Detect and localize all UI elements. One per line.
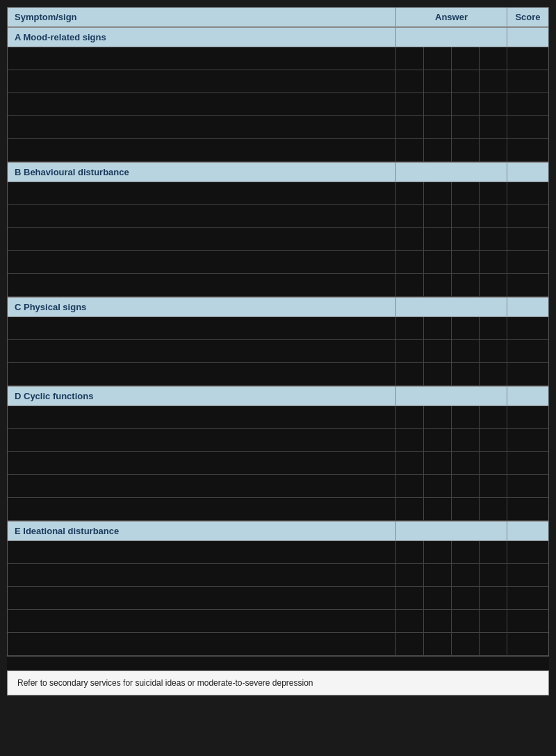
answer-sub-2[interactable]	[424, 452, 452, 474]
answer-sub-1[interactable]	[396, 541, 424, 563]
answer-sub-1[interactable]	[396, 452, 424, 474]
answer-sub-3[interactable]	[452, 633, 480, 655]
answer-sub-2[interactable]	[424, 564, 452, 586]
answer-sub-4[interactable]	[480, 139, 507, 161]
answer-sub-3[interactable]	[452, 47, 480, 70]
table-row	[8, 587, 548, 610]
answer-sub-2[interactable]	[424, 274, 452, 296]
answer-sub-3[interactable]	[452, 317, 480, 339]
answer-sub-2[interactable]	[424, 610, 452, 632]
answer-sub-1[interactable]	[396, 610, 424, 632]
answer-sub-1[interactable]	[396, 475, 424, 497]
answer-sub-4[interactable]	[480, 228, 507, 250]
answer-sub-2[interactable]	[424, 139, 452, 161]
answer-sub-2[interactable]	[424, 587, 452, 609]
answer-sub-4[interactable]	[480, 633, 507, 655]
answer-sub-1[interactable]	[396, 317, 424, 339]
answer-sub-4[interactable]	[480, 587, 507, 609]
answer-sub-2[interactable]	[424, 633, 452, 655]
table-row	[8, 47, 548, 70]
answer-sub-1[interactable]	[396, 205, 424, 227]
answer-sub-2[interactable]	[424, 228, 452, 250]
answer-sub-4[interactable]	[480, 475, 507, 497]
answer-sub-4[interactable]	[480, 363, 507, 385]
answer-sub-4[interactable]	[480, 452, 507, 474]
answer-sub-3[interactable]	[452, 564, 480, 586]
answer-sub-2[interactable]	[424, 340, 452, 362]
answer-sub-4[interactable]	[480, 317, 507, 339]
answer-sub-2[interactable]	[424, 406, 452, 428]
answer-sub-2[interactable]	[424, 205, 452, 227]
answer-sub-3[interactable]	[452, 340, 480, 362]
answer-sub-2[interactable]	[424, 70, 452, 93]
answer-sub-2[interactable]	[424, 541, 452, 563]
answer-sub-1[interactable]	[396, 406, 424, 428]
answer-sub-4[interactable]	[480, 93, 507, 115]
answer-sub-1[interactable]	[396, 251, 424, 273]
answer-sub-3[interactable]	[452, 610, 480, 632]
answer-sub-2[interactable]	[424, 47, 452, 70]
table-row	[8, 610, 548, 633]
score-cell	[507, 340, 548, 362]
answer-sub-4[interactable]	[480, 47, 507, 70]
answer-sub-3[interactable]	[452, 541, 480, 563]
answer-sub-3[interactable]	[452, 70, 480, 93]
answer-sub-4[interactable]	[480, 274, 507, 296]
answer-sub-3[interactable]	[452, 363, 480, 385]
answer-sub-1[interactable]	[396, 429, 424, 451]
answer-sub-3[interactable]	[452, 452, 480, 474]
answer-sub-1[interactable]	[396, 274, 424, 296]
answer-sub-2[interactable]	[424, 93, 452, 115]
score-cell	[507, 406, 548, 428]
answer-sub-3[interactable]	[452, 139, 480, 161]
answer-sub-4[interactable]	[480, 116, 507, 138]
answer-sub-4[interactable]	[480, 340, 507, 362]
answer-sub-3[interactable]	[452, 116, 480, 138]
answer-sub-4[interactable]	[480, 429, 507, 451]
answer-sub-1[interactable]	[396, 47, 424, 70]
answer-sub-3[interactable]	[452, 406, 480, 428]
answer-sub-4[interactable]	[480, 541, 507, 563]
answer-sub-4[interactable]	[480, 70, 507, 93]
answer-sub-2[interactable]	[424, 317, 452, 339]
symptom-text	[8, 610, 395, 632]
answer-sub-1[interactable]	[396, 633, 424, 655]
answer-sub-1[interactable]	[396, 139, 424, 161]
answer-sub-4[interactable]	[480, 564, 507, 586]
answer-sub-2[interactable]	[424, 182, 452, 204]
answer-sub-4[interactable]	[480, 205, 507, 227]
answer-sub-2[interactable]	[424, 498, 452, 520]
answer-sub-3[interactable]	[452, 429, 480, 451]
answer-sub-4[interactable]	[480, 610, 507, 632]
answer-sub-3[interactable]	[452, 182, 480, 204]
answer-sub-2[interactable]	[424, 429, 452, 451]
answer-sub-2[interactable]	[424, 116, 452, 138]
answer-sub-3[interactable]	[452, 587, 480, 609]
answer-sub-1[interactable]	[396, 498, 424, 520]
answer-sub-1[interactable]	[396, 182, 424, 204]
answer-sub-4[interactable]	[480, 406, 507, 428]
answer-sub-2[interactable]	[424, 363, 452, 385]
answer-sub-1[interactable]	[396, 93, 424, 115]
answer-sub-3[interactable]	[452, 274, 480, 296]
answer-sub-3[interactable]	[452, 498, 480, 520]
answer-sub-1[interactable]	[396, 228, 424, 250]
answer-sub-1[interactable]	[396, 340, 424, 362]
answer-sub-1[interactable]	[396, 564, 424, 586]
answer-sub-2[interactable]	[424, 251, 452, 273]
answer-sub-4[interactable]	[480, 182, 507, 204]
answer-sub-3[interactable]	[452, 251, 480, 273]
answer-sub-2[interactable]	[424, 475, 452, 497]
answer-sub-3[interactable]	[452, 228, 480, 250]
answer-sub-1[interactable]	[396, 587, 424, 609]
answer-sub-4[interactable]	[480, 498, 507, 520]
answer-sub-1[interactable]	[396, 70, 424, 93]
answer-sub-3[interactable]	[452, 475, 480, 497]
answer-sub-1[interactable]	[396, 363, 424, 385]
table-row	[8, 429, 548, 452]
answer-sub-4[interactable]	[480, 251, 507, 273]
answer-sub-1[interactable]	[396, 116, 424, 138]
table-row	[8, 633, 548, 656]
answer-sub-3[interactable]	[452, 93, 480, 115]
answer-sub-3[interactable]	[452, 205, 480, 227]
